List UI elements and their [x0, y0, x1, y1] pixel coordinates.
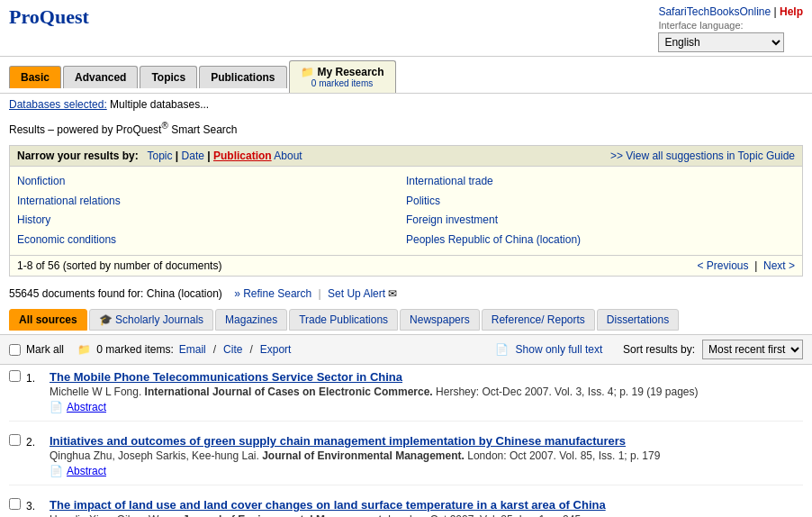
narrow-item-economic[interactable]: Economic conditions: [17, 231, 406, 250]
src-tab-trade[interactable]: Trade Publications: [289, 309, 398, 331]
result-meta-3: Honglin Xiao, Qihao Weng. Journal of Env…: [50, 513, 803, 517]
next-link[interactable]: Next >: [763, 259, 795, 272]
result-title-link-2[interactable]: Initiatives and outcomes of green supply…: [50, 434, 626, 448]
narrow-item-foreign-investment[interactable]: Foreign investment: [406, 211, 795, 231]
result-journal-1: International Journal of Cases on Electr…: [145, 385, 433, 398]
src-tab-magazines[interactable]: Magazines: [215, 309, 287, 331]
result-details-2: London: Oct 2007. Vol. 85, Iss. 1; p. 17…: [467, 449, 660, 462]
results-title: Results: [9, 123, 45, 136]
list-item: 1. The Mobile Phone Telecommunications S…: [9, 370, 803, 422]
narrow-item-nonfiction[interactable]: Nonfiction: [17, 172, 406, 192]
src-tab-scholarly[interactable]: 🎓 Scholarly Journals: [89, 309, 213, 331]
result-abstract-1[interactable]: 📄 Abstract: [50, 401, 803, 413]
tab-publications[interactable]: Publications: [199, 66, 286, 88]
tab-advanced[interactable]: Advanced: [63, 66, 138, 88]
narrow-box: Narrow your results by: Topic | Date | P…: [9, 145, 803, 277]
lang-select-area: English: [658, 32, 803, 52]
result-title-3: The impact of land use and land cover ch…: [50, 498, 803, 512]
filter-publication[interactable]: Publication: [213, 150, 272, 162]
header-right: SafariTechBooksOnline | Help Interface l…: [658, 5, 803, 52]
sep1: |: [176, 150, 182, 162]
result-title-link-1[interactable]: The Mobile Phone Telecommunications Serv…: [50, 370, 402, 384]
folder-icon: 📁: [77, 343, 91, 356]
view-all-link[interactable]: >> View all suggestions in Topic Guide: [610, 150, 795, 162]
result-abstract-2[interactable]: 📄 Abstract: [50, 465, 803, 477]
toolbar-left: Mark all 📁 0 marked items: Email / Cite …: [9, 343, 291, 356]
narrow-item-history[interactable]: History: [17, 211, 406, 231]
result-row: 3. The impact of land use and land cover…: [9, 498, 803, 517]
folder-icon: 📁: [301, 66, 314, 78]
sep2: |: [207, 150, 213, 162]
header-links: SafariTechBooksOnline | Help: [658, 5, 803, 18]
tab-my-research[interactable]: 📁 My Research 0 marked items: [289, 60, 396, 93]
show-full-text-link[interactable]: Show only full text: [516, 343, 603, 356]
pipe: |: [319, 287, 321, 300]
result-details-3: London: Oct 2007. Vol. 85, Iss. 1; p. 24…: [388, 513, 581, 517]
result-checkbox-2[interactable]: [9, 434, 21, 446]
mark-all-label: Mark all: [26, 343, 64, 356]
prev-link[interactable]: < Previous: [698, 259, 749, 272]
src-tab-newspapers[interactable]: Newspapers: [400, 309, 480, 331]
result-meta-2: Qinghua Zhu, Joseph Sarkis, Kee-hung Lai…: [50, 449, 803, 462]
results-subtitle: – powered by ProQuest® Smart Search: [48, 123, 237, 136]
language-dropdown[interactable]: English: [658, 32, 784, 52]
abstract-icon-2: 📄: [50, 465, 63, 477]
narrow-item-prc[interactable]: Peoples Republic of China (location): [406, 231, 795, 250]
filter-topic[interactable]: Topic: [148, 150, 173, 162]
result-authors-2: Qinghua Zhu, Joseph Sarkis, Kee-hung Lai…: [50, 449, 259, 462]
doc-icon: 📄: [495, 343, 509, 356]
narrow-header-right: >> View all suggestions in Topic Guide: [610, 150, 795, 162]
result-num-1: 1.: [26, 370, 44, 385]
result-authors-1: Michelle W L Fong.: [50, 385, 141, 398]
tab-basic[interactable]: Basic: [9, 66, 61, 88]
result-checkbox-1[interactable]: [9, 370, 21, 382]
src-tab-reference[interactable]: Reference/ Reports: [482, 309, 595, 331]
scholarly-label: Scholarly Journals: [115, 313, 203, 326]
result-content-2: Initiatives and outcomes of green supply…: [50, 434, 803, 477]
abstract-link-2[interactable]: Abstract: [67, 465, 106, 477]
narrow-item-politics[interactable]: Politics: [406, 192, 795, 212]
filter-about[interactable]: About: [274, 150, 302, 162]
pagination-links: < Previous | Next >: [698, 259, 796, 272]
docs-text: documents found for: China (location): [42, 287, 222, 300]
result-title-1: The Mobile Phone Telecommunications Serv…: [50, 370, 803, 384]
nav-tabs: Basic Advanced Topics Publications 📁 My …: [0, 57, 812, 94]
export-link[interactable]: Export: [260, 343, 292, 356]
narrow-item-intl-relations[interactable]: International relations: [17, 192, 406, 212]
email-link[interactable]: Email: [179, 343, 206, 356]
result-row: 1. The Mobile Phone Telecommunications S…: [9, 370, 803, 413]
toolbar: Mark all 📁 0 marked items: Email / Cite …: [0, 335, 812, 365]
email-icon: ✉: [388, 287, 397, 300]
src-tab-dissertations[interactable]: Dissertations: [597, 309, 679, 331]
sort-label: Sort results by:: [623, 343, 695, 356]
list-item: 2. Initiatives and outcomes of green sup…: [9, 434, 803, 485]
toolbar-right: 📄 Show only full text Sort results by: M…: [495, 340, 803, 359]
src-tab-all[interactable]: All sources: [9, 309, 87, 331]
cite-link[interactable]: Cite: [223, 343, 242, 356]
abstract-link-1[interactable]: Abstract: [67, 401, 106, 413]
result-title-2: Initiatives and outcomes of green supply…: [50, 434, 803, 448]
mark-all-checkbox[interactable]: [9, 344, 21, 356]
result-checkbox-3[interactable]: [9, 498, 21, 510]
list-item: 3. The impact of land use and land cover…: [9, 498, 803, 517]
safari-link[interactable]: SafariTechBooksOnline: [658, 5, 771, 18]
logo: ProQuest: [9, 5, 89, 29]
narrow-header: Narrow your results by: Topic | Date | P…: [10, 146, 802, 167]
sort-dropdown[interactable]: Most recent first Relevance Oldest first: [702, 340, 803, 359]
narrow-item-intl-trade[interactable]: International trade: [406, 172, 795, 192]
help-link[interactable]: Help: [780, 5, 803, 18]
filter-date[interactable]: Date: [182, 150, 204, 162]
logo-text2: Quest: [40, 5, 89, 28]
header: ProQuest SafariTechBooksOnline | Help In…: [0, 0, 812, 57]
result-journal-3: Journal of Environmental Management.: [183, 513, 385, 517]
db-value: Multiple databases...: [110, 98, 209, 111]
results-header: Results – powered by ProQuest® Smart Sea…: [0, 115, 812, 140]
refine-search-link[interactable]: » Refine Search: [234, 287, 311, 300]
tab-topics[interactable]: Topics: [140, 66, 197, 88]
set-up-alert-link[interactable]: Set Up Alert: [328, 287, 385, 300]
result-title-link-3[interactable]: The impact of land use and land cover ch…: [50, 498, 606, 512]
result-num-2: 2.: [26, 434, 44, 449]
result-content-1: The Mobile Phone Telecommunications Serv…: [50, 370, 803, 413]
pagination-row: 1-8 of 56 (sorted by number of documents…: [10, 255, 802, 276]
db-selected-link[interactable]: Databases selected:: [9, 98, 107, 111]
